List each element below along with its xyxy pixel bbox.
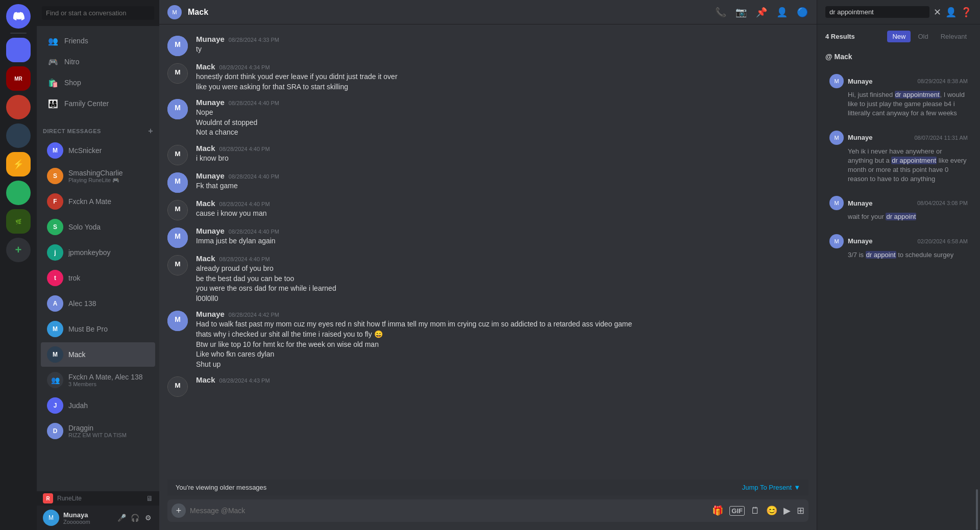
msg-username: Munaye bbox=[196, 171, 225, 180]
mute-button[interactable]: 🎤 bbox=[116, 513, 127, 523]
chat-input-field[interactable] bbox=[190, 507, 708, 515]
msg-text: already proud of you bro bbox=[196, 264, 808, 274]
svg-text:M: M bbox=[175, 68, 180, 76]
result-avatar-1: M bbox=[829, 74, 844, 88]
avatar-judah: J bbox=[47, 397, 63, 414]
dm-search-input[interactable] bbox=[42, 6, 154, 20]
emoji-icon[interactable]: 😊 bbox=[766, 505, 777, 516]
msg-username: Munaye bbox=[196, 98, 225, 107]
server-icon-6[interactable] bbox=[6, 181, 31, 205]
avatar-munaye-4: M bbox=[167, 228, 188, 248]
jump-to-present-button[interactable]: Jump To Present ▼ bbox=[742, 484, 800, 491]
messages-container: M Munaye 08/28/2024 4:33 PM ty M Mack 08… bbox=[159, 24, 817, 479]
gift-icon[interactable]: 🎁 bbox=[712, 505, 723, 516]
avatar-mack-1: M bbox=[167, 63, 188, 84]
new-dm-button[interactable]: + bbox=[148, 127, 153, 136]
msg-text: l00l0ll0 bbox=[196, 294, 808, 304]
dm-user-fxcknamate[interactable]: F Fxckn A Mate bbox=[41, 189, 155, 214]
svg-text:M: M bbox=[175, 205, 180, 213]
server-icon-3[interactable] bbox=[6, 95, 31, 119]
dm-user-soloyoda[interactable]: S Solo Yoda bbox=[41, 215, 155, 239]
message-group-3: M Munaye 08/28/2024 4:40 PM Nope Wouldnt… bbox=[159, 96, 817, 140]
msg-timestamp: 08/28/2024 4:40 PM bbox=[229, 100, 279, 106]
search-input-field[interactable] bbox=[825, 6, 929, 18]
gif-icon[interactable]: GIF bbox=[729, 506, 745, 516]
filter-tab-new[interactable]: New bbox=[887, 31, 911, 42]
send-icon[interactable]: ▶ bbox=[783, 505, 791, 516]
help-button[interactable]: ❓ bbox=[961, 7, 972, 18]
filter-tabs: New Old Relevant bbox=[887, 31, 972, 42]
chat-input-box: + 🎁 GIF 🗒 😊 ▶ ⊞ bbox=[167, 499, 808, 522]
chat-input-area: You're viewing older messages Jump To Pr… bbox=[159, 479, 817, 530]
avatar-trok: t bbox=[47, 270, 63, 286]
dm-user-judah[interactable]: J Judah bbox=[41, 393, 155, 418]
sidebar-item-shop[interactable]: 🛍️ Shop bbox=[41, 72, 155, 93]
pin-button[interactable]: 📌 bbox=[755, 6, 768, 18]
sticker-icon[interactable]: 🗒 bbox=[751, 506, 760, 516]
msg-text: Wouldnt of stopped bbox=[196, 118, 808, 128]
search-panel: ✕ 👤 ❓ 4 Results New Old Relevant @ Mack … bbox=[817, 0, 980, 530]
msg-username: Mack bbox=[196, 62, 215, 71]
search-header: ✕ 👤 ❓ bbox=[817, 0, 980, 24]
filter-tab-old[interactable]: Old bbox=[913, 31, 933, 42]
search-close-button[interactable]: ✕ bbox=[934, 7, 941, 18]
settings-button[interactable]: ⚙ bbox=[143, 513, 153, 523]
video-button[interactable]: 📷 bbox=[735, 6, 747, 18]
avatar-draggin: D bbox=[47, 423, 63, 439]
message-group-8: M Mack 08/28/2024 4:40 PM already proud … bbox=[159, 252, 817, 306]
toggle-member-list-button[interactable]: 👤 bbox=[945, 7, 957, 18]
runelite-bar[interactable]: R RuneLite 🖥 bbox=[37, 491, 159, 506]
server-icon-1[interactable] bbox=[6, 38, 31, 62]
avatar-fxcknamate: F bbox=[47, 193, 63, 210]
avatar-soloyoda: S bbox=[47, 219, 63, 235]
server-icon-5[interactable]: ⚡ bbox=[6, 152, 31, 176]
dm-user-mustbepro[interactable]: M Must Be Pro bbox=[41, 317, 155, 341]
sidebar-item-family-center[interactable]: 👨‍👩‍👧 Family Center bbox=[41, 93, 155, 114]
dm-user-alec138[interactable]: A Alec 138 bbox=[41, 291, 155, 316]
dm-user-draggin[interactable]: D Draggin RIZZ EM WIT DA TISM bbox=[41, 419, 155, 443]
dm-user-trok[interactable]: t trok bbox=[41, 266, 155, 290]
search-scrollbar[interactable] bbox=[976, 489, 978, 530]
avatar-mustbepro: M bbox=[47, 321, 63, 337]
apps-icon[interactable]: ⊞ bbox=[797, 505, 804, 516]
sidebar-item-friends[interactable]: 👥 Friends bbox=[41, 31, 155, 51]
search-result-4[interactable]: M Munaye 02/20/2024 6:58 AM 3/7 is dr ap… bbox=[821, 229, 976, 265]
dm-nav: 👥 Friends 🎮 Nitro 🛍️ Shop 👨‍👩‍👧 Family C… bbox=[37, 26, 159, 118]
msg-text: cause i know you man bbox=[196, 209, 808, 219]
search-result-3[interactable]: M Munaye 08/04/2024 3:08 PM wait for you… bbox=[821, 191, 976, 226]
server-icon-2[interactable]: MR bbox=[6, 66, 31, 91]
shop-icon: 🛍️ bbox=[47, 77, 59, 89]
msg-username: Mack bbox=[196, 199, 215, 208]
dm-user-mack[interactable]: M Mack bbox=[41, 342, 155, 367]
attach-button[interactable]: + bbox=[172, 503, 186, 518]
svg-text:M: M bbox=[175, 382, 180, 389]
avatar-smashingcharlie: S bbox=[47, 168, 63, 184]
discord-home-button[interactable] bbox=[6, 4, 31, 29]
sidebar-item-nitro[interactable]: 🎮 Nitro bbox=[41, 52, 155, 72]
profile-button[interactable]: 🔵 bbox=[796, 6, 808, 18]
server-icon-7[interactable]: 🌿 bbox=[6, 209, 31, 234]
add-server-button[interactable]: + bbox=[6, 238, 31, 262]
avatar-mack-5: M bbox=[167, 376, 188, 397]
chat-header-actions: 📞 📷 📌 👤 🔵 bbox=[715, 6, 808, 18]
search-result-1[interactable]: M Munaye 08/29/2024 8:38 AM Hi, just fin… bbox=[821, 69, 976, 123]
message-group-1: M Munaye 08/28/2024 4:33 PM ty bbox=[159, 33, 817, 58]
filter-tab-relevant[interactable]: Relevant bbox=[936, 31, 972, 42]
msg-text: Not a chance bbox=[196, 128, 808, 138]
at-mack-label: @ Mack bbox=[817, 48, 980, 63]
add-friend-button[interactable]: 👤 bbox=[776, 6, 788, 18]
dm-user-smashingcharlie[interactable]: S SmashingCharlie Playing RuneLite 🎮 bbox=[41, 164, 155, 188]
avatar-group-fxcknamate-alec: 👥 bbox=[47, 372, 63, 388]
server-sidebar: MR ⚡ 🌿 + bbox=[0, 0, 37, 530]
msg-text: Imma just be dylan again bbox=[196, 236, 808, 246]
dm-user-mcsnicker[interactable]: M McSnicker bbox=[41, 138, 155, 163]
server-icon-4[interactable] bbox=[6, 123, 31, 148]
search-result-2[interactable]: M Munaye 08/07/2024 11:31 AM Yeh ik i ne… bbox=[821, 125, 976, 189]
call-button[interactable]: 📞 bbox=[715, 6, 727, 18]
msg-timestamp: 08/28/2024 4:42 PM bbox=[229, 312, 279, 318]
msg-text: Fk that game bbox=[196, 181, 808, 191]
chat-header-avatar: M bbox=[167, 5, 182, 19]
dm-user-jpmonkeyboy[interactable]: j jpmonkeyboy bbox=[41, 240, 155, 265]
deafen-button[interactable]: 🎧 bbox=[130, 513, 140, 523]
dm-group-fxcknamate-alec[interactable]: 👥 Fxckn A Mate, Alec 138 3 Members bbox=[41, 368, 155, 392]
